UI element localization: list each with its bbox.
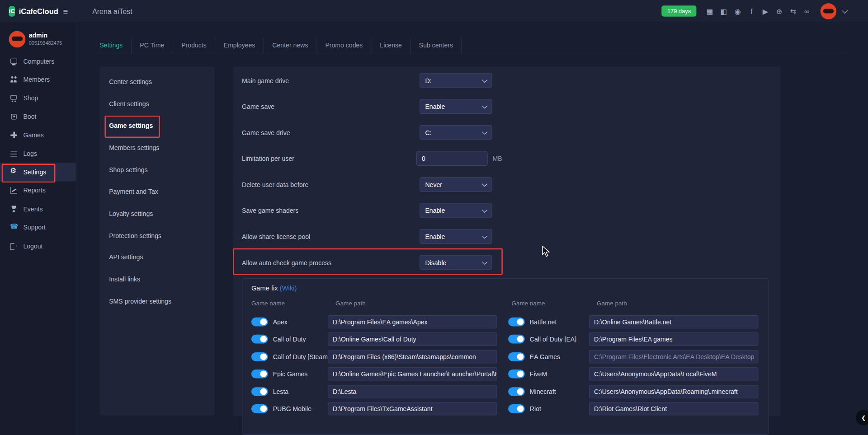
sidebar-user-id: 005193482475 bbox=[29, 40, 62, 46]
tab[interactable]: Promo codes bbox=[317, 37, 372, 54]
game-path-input[interactable]: D:\Riot Games\Riot Client bbox=[589, 402, 759, 416]
game-path-input[interactable]: D:\Online Games\Call of Duty bbox=[328, 332, 497, 346]
game-path-input[interactable]: D:\Program Files\TxGameAssistant bbox=[328, 402, 497, 416]
youtube-icon[interactable]: ▶ bbox=[761, 7, 769, 15]
sidebar-item[interactable]: Settings bbox=[0, 163, 76, 181]
game-toggle[interactable] bbox=[508, 387, 525, 396]
settings-nav-item[interactable]: Client settings bbox=[99, 93, 215, 115]
game-fix-row: Call of Duty [Steam] D:\Program Files (x… bbox=[242, 348, 768, 365]
column-header: Game path bbox=[328, 300, 497, 307]
sidebar-item[interactable]: Members bbox=[0, 70, 76, 89]
game-fix-row: Epic Games D:\Online Games\Epic Games La… bbox=[242, 365, 768, 383]
sidebar-item[interactable]: Logout bbox=[0, 237, 76, 255]
gear-icon bbox=[10, 168, 18, 176]
form-row: Delete user data before Never bbox=[233, 172, 502, 198]
license-days-badge[interactable]: 179 days bbox=[662, 5, 697, 16]
sidebar-item[interactable]: Events bbox=[0, 200, 76, 218]
twitch-icon[interactable]: ◧ bbox=[720, 7, 728, 15]
field-control[interactable]: D: bbox=[420, 73, 492, 88]
game-name: Call of Duty [Steam] bbox=[273, 353, 328, 360]
sidebar-item[interactable]: Games bbox=[0, 126, 76, 145]
translate-icon[interactable]: ⇆ bbox=[789, 7, 797, 15]
chevron-down-icon[interactable] bbox=[842, 7, 848, 14]
field-control[interactable]: Never bbox=[420, 177, 492, 192]
game-toggle[interactable] bbox=[251, 387, 268, 396]
sidebar-item[interactable]: Logs bbox=[0, 145, 76, 163]
game-path-input[interactable]: C:\Users\Anonymous\AppData\Local\FiveM bbox=[589, 367, 759, 380]
field-control[interactable]: C: bbox=[420, 125, 492, 140]
game-toggle[interactable] bbox=[251, 370, 268, 379]
field-label: Game save drive bbox=[242, 129, 420, 136]
sidebar-item[interactable]: Boot bbox=[0, 108, 76, 126]
brand-logo[interactable]: iC iCafeCloud bbox=[0, 6, 57, 16]
game-toggle[interactable] bbox=[508, 370, 525, 379]
field-control[interactable]: Disable bbox=[420, 255, 492, 270]
tab[interactable]: Sub centers bbox=[410, 37, 462, 54]
sidebar-item[interactable]: Support bbox=[0, 218, 76, 237]
field-label: Allow share license pool bbox=[242, 233, 420, 240]
field-control[interactable]: Enable bbox=[420, 203, 492, 218]
settings-nav-item[interactable]: Payment and Tax bbox=[99, 181, 215, 203]
game-toggle[interactable] bbox=[508, 318, 525, 327]
chevron-down-icon bbox=[482, 207, 487, 212]
settings-nav-item[interactable]: API settings bbox=[99, 247, 215, 269]
game-toggle[interactable] bbox=[251, 352, 268, 361]
brand-icon: iC bbox=[9, 6, 15, 16]
game-toggle[interactable] bbox=[508, 352, 525, 361]
game-path-input[interactable]: D:\Program Files (x86)\Steam\steamapps\c… bbox=[328, 350, 497, 363]
game-path-input[interactable]: D:\Program Files\EA games\Apex bbox=[328, 315, 497, 328]
topbar-icons: ▦ ◧ ◉ f ▶ ⊕ ⇆ ∞ bbox=[706, 7, 811, 15]
user-avatar[interactable] bbox=[821, 3, 837, 19]
sidebar-item[interactable]: Computers bbox=[0, 52, 76, 70]
game-toggle[interactable] bbox=[251, 404, 268, 413]
settings-nav-item[interactable]: Members settings bbox=[99, 137, 215, 159]
sidebar-item[interactable]: Shop bbox=[0, 89, 76, 108]
settings-nav-item[interactable]: Center settings bbox=[99, 71, 215, 93]
wiki-link[interactable]: (Wiki) bbox=[280, 284, 297, 292]
tab[interactable]: Employees bbox=[215, 37, 264, 54]
game-toggle[interactable] bbox=[508, 335, 525, 344]
settings-nav-item[interactable]: Shop settings bbox=[99, 159, 215, 181]
game-name: EA Games bbox=[530, 353, 589, 360]
sidebar-item[interactable]: Reports bbox=[0, 181, 76, 200]
game-path-input[interactable]: D:\Program Files\EA games bbox=[589, 332, 759, 346]
game-path-input[interactable]: D:\Online Games\Battle.net bbox=[589, 315, 759, 328]
field-value: Never bbox=[425, 181, 482, 188]
field-label: Save game shaders bbox=[242, 207, 420, 214]
game-path-input[interactable]: C:\Program Files\Electronic Arts\EA Desk… bbox=[589, 350, 759, 363]
settings-nav-item[interactable]: SMS provider settings bbox=[99, 290, 215, 313]
field-control[interactable]: Enable bbox=[420, 229, 492, 244]
collapse-panel-button[interactable]: ❮ bbox=[856, 410, 868, 425]
sidebar-item-label: Computers bbox=[23, 58, 54, 65]
field-label: Main game drive bbox=[242, 77, 420, 84]
facebook-icon[interactable]: f bbox=[747, 7, 755, 15]
analytics-icon[interactable]: ▦ bbox=[706, 7, 714, 15]
topbar: iC iCafeCloud ≡ Arena aiTest 179 days ▦ … bbox=[0, 0, 868, 22]
game-toggle[interactable] bbox=[508, 404, 525, 413]
tab[interactable]: Products bbox=[173, 37, 216, 54]
settings-nav-item[interactable]: Loyalty settings bbox=[99, 202, 215, 225]
cart-icon bbox=[10, 94, 18, 102]
game-path-input[interactable]: D:\Online Games\Epic Games Launcher\Laun… bbox=[328, 367, 497, 380]
field-control[interactable]: Enable bbox=[420, 99, 492, 114]
field-control[interactable]: 0 bbox=[416, 151, 488, 166]
game-path-input[interactable]: D:\Lesta bbox=[328, 385, 497, 398]
game-fix-headers: Game name Game path Game name Game path bbox=[242, 300, 768, 307]
tab[interactable]: Center news bbox=[264, 37, 317, 54]
boot-icon bbox=[10, 113, 18, 121]
tab[interactable]: PC Time bbox=[132, 37, 173, 54]
menu-toggle-icon[interactable]: ≡ bbox=[63, 6, 68, 16]
settings-nav-item[interactable]: Install links bbox=[99, 268, 215, 290]
game-toggle[interactable] bbox=[251, 335, 268, 344]
game-path-input[interactable]: C:\Users\Anonymous\AppData\Roaming\.mine… bbox=[589, 385, 759, 398]
discord-icon[interactable]: ◉ bbox=[733, 7, 741, 15]
sidebar-avatar[interactable] bbox=[9, 31, 26, 48]
settings-nav-item[interactable]: Protection settings bbox=[99, 225, 215, 247]
tab[interactable]: License bbox=[372, 37, 410, 54]
tab[interactable]: Settings bbox=[91, 37, 132, 54]
settings-nav-item[interactable]: Game settings bbox=[99, 115, 215, 137]
game-toggle[interactable] bbox=[251, 318, 268, 327]
meta-icon[interactable]: ∞ bbox=[803, 7, 811, 15]
field-value: D: bbox=[425, 77, 482, 84]
globe-icon[interactable]: ⊕ bbox=[775, 7, 783, 15]
